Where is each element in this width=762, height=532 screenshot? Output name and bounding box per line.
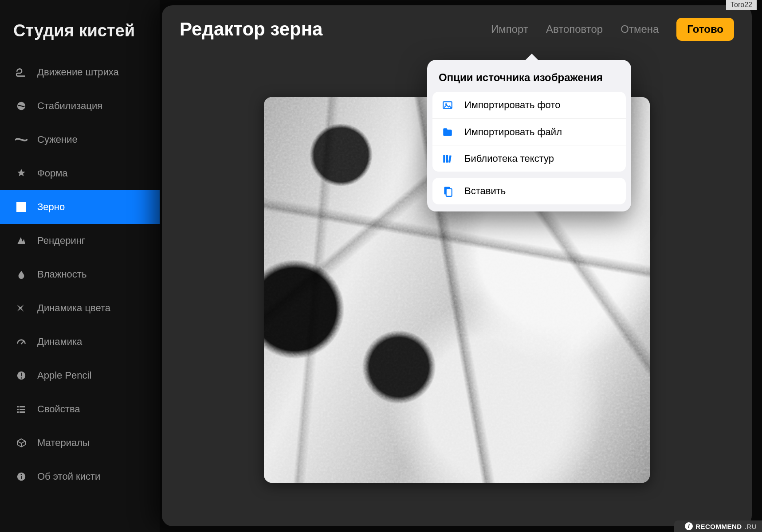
sidebar-item-wetness[interactable]: Влажность [0,258,160,291]
svg-point-9 [21,209,22,210]
svg-rect-12 [21,373,22,376]
stroke-path-icon [15,66,27,78]
popover-item-texture-library[interactable]: Библиотека текстур [432,145,626,172]
sidebar-item-label: Об этой кисти [37,471,100,482]
color-dynamics-icon [15,302,27,314]
svg-point-6 [21,207,22,207]
sidebar-item-label: Стабилизация [37,100,102,112]
sidebar-item-dynamics[interactable]: Динамика [0,325,160,359]
sidebar-item-rendering[interactable]: Рендеринг [0,224,160,258]
sidebar-item-stroke-path[interactable]: Движение штриха [0,55,160,89]
sidebar-item-label: Свойства [37,403,80,415]
popover-item-label: Вставить [464,185,506,197]
image-source-popover: Опции источника изображения Импортироват… [427,60,631,211]
svg-rect-28 [448,155,452,163]
sidebar-item-grain[interactable]: Зерно [0,190,160,224]
sidebar-item-label: Форма [37,168,68,179]
properties-icon [15,403,27,415]
svg-rect-26 [443,155,445,162]
done-button[interactable]: Готово [676,18,734,41]
paste-icon [441,185,454,197]
svg-rect-18 [17,411,19,413]
svg-rect-14 [17,406,19,407]
sidebar-item-label: Рендеринг [37,235,85,246]
svg-point-22 [21,474,22,475]
watermark-site-strip: I RECOMMEND.RU [674,520,762,532]
sidebar-item-apple-pencil[interactable]: Apple Pencil [0,359,160,392]
about-icon [15,470,27,483]
sidebar-item-stabilization[interactable]: Стабилизация [0,89,160,123]
sidebar-item-label: Динамика цвета [37,302,110,314]
svg-point-10 [23,209,24,210]
sidebar-item-shape[interactable]: Форма [0,156,160,190]
sidebar-item-properties[interactable]: Свойства [0,392,160,426]
popover-item-import-file[interactable]: Импортировать файл [432,118,626,145]
sidebar-item-label: Динамика [37,336,82,348]
svg-point-13 [21,377,22,379]
wetness-icon [15,268,27,281]
svg-rect-27 [446,155,448,162]
sidebar-item-label: Сужение [37,134,78,145]
sidebar-item-label: Движение штриха [37,66,119,78]
svg-point-5 [19,207,20,207]
svg-rect-21 [21,476,22,479]
svg-rect-30 [446,189,452,196]
watermark-i-icon: I [685,522,693,530]
popover-title: Опции источника изображения [427,60,631,92]
sidebar-item-materials[interactable]: Материалы [0,426,160,460]
popover-item-label: Библиотека текстур [464,153,554,164]
sidebar-item-about[interactable]: Об этой кисти [0,460,160,493]
brush-studio-sidebar: Студия кистей Движение штриха Стабилизац… [0,0,160,532]
materials-icon [15,437,27,449]
watermark-main: RECOMMEND [695,523,742,530]
svg-rect-17 [20,409,25,410]
svg-rect-15 [20,406,25,407]
svg-point-2 [19,204,20,205]
sidebar-title: Студия кистей [0,12,160,55]
shape-icon [15,167,27,180]
header-actions: Импорт Автоповтор Отмена Готово [491,18,734,41]
svg-point-8 [19,209,20,210]
svg-point-4 [23,204,24,205]
sidebar-item-label: Зерно [37,201,65,213]
editor-title: Редактор зерна [180,19,491,40]
watermark-suffix: .RU [745,523,757,530]
svg-rect-19 [20,411,25,413]
popover-item-import-photo[interactable]: Импортировать фото [432,92,626,118]
dynamics-icon [15,336,27,348]
popover-item-paste[interactable]: Вставить [432,178,626,204]
rendering-icon [15,235,27,247]
cancel-button[interactable]: Отмена [621,23,659,35]
svg-point-3 [21,204,22,205]
grain-icon [15,201,27,213]
library-icon [441,153,454,165]
apple-pencil-icon [15,369,27,382]
watermark-user-tag: Toro22 [726,0,757,10]
popover-item-label: Импортировать фото [464,99,560,111]
sidebar-item-color-dynamics[interactable]: Динамика цвета [0,291,160,325]
editor-header: Редактор зерна Импорт Автоповтор Отмена … [162,5,752,53]
taper-icon [15,133,27,146]
svg-rect-16 [17,409,19,410]
popover-item-label: Импортировать файл [464,126,562,138]
sidebar-item-taper[interactable]: Сужение [0,123,160,156]
autorepeat-button[interactable]: Автоповтор [546,23,603,35]
svg-point-7 [23,207,24,207]
stabilization-icon [15,100,27,112]
sidebar-item-label: Apple Pencil [37,370,91,381]
sidebar-item-label: Влажность [37,269,86,280]
folder-icon [441,126,454,138]
photo-icon [441,99,454,111]
import-button[interactable]: Импорт [491,23,528,35]
sidebar-item-label: Материалы [37,437,90,449]
